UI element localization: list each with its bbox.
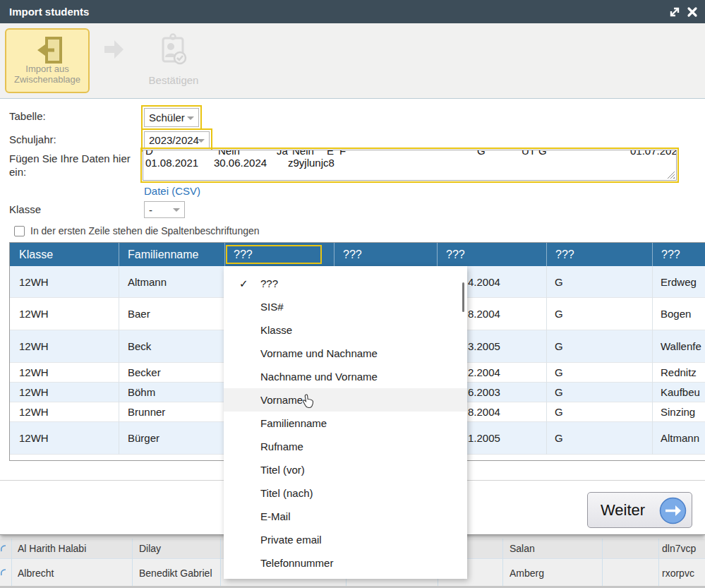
weiter-button-label: Weiter <box>601 501 645 520</box>
import-from-clipboard-button[interactable]: Import aus Zwischenablage <box>5 28 90 93</box>
cell-flag: G <box>546 298 652 330</box>
dialog-toolbar: Import aus Zwischenablage <box>0 23 705 99</box>
tabelle-select[interactable]: Schüler <box>144 108 199 127</box>
cell-family: Baer <box>119 298 224 330</box>
column-header-unmapped[interactable]: ??? <box>652 243 705 266</box>
dropdown-item[interactable]: Klasse <box>224 318 467 342</box>
cell-family: Becker <box>119 363 224 382</box>
import-button-label: Import aus Zwischenablage <box>6 64 88 85</box>
cell-city: Kaufbeu <box>652 383 705 402</box>
cell-flag: G <box>546 422 652 454</box>
tabelle-select-value: Schüler <box>149 112 185 124</box>
bg-table-divider <box>132 539 133 586</box>
column-header-klasse[interactable]: Klasse <box>10 243 119 266</box>
first-row-headers-checkbox[interactable] <box>14 226 25 236</box>
schuljahr-select-value: 2023/2024 <box>149 134 199 146</box>
bg-table-divider <box>502 539 503 586</box>
bg-cell-code: dln7vcp <box>662 539 705 558</box>
cell-family: Altmann <box>119 266 224 297</box>
bg-cell-city: Salan <box>510 539 600 558</box>
chevron-down-icon <box>198 139 205 143</box>
cell-flag: G <box>546 363 652 382</box>
dropdown-item[interactable]: Familienname <box>224 412 467 435</box>
dropdown-item[interactable]: E-Mail <box>224 505 467 528</box>
dropdown-item[interactable]: Nachname und Vorname <box>224 365 467 388</box>
screen: Al Harith Halabi Dilay Salan dln7vcp Alb… <box>0 0 705 588</box>
cell-klasse: 12WH <box>10 363 119 382</box>
header-divider <box>652 243 653 266</box>
cell-city: Sinzing <box>652 402 705 421</box>
checkmark-icon: ✓ <box>239 277 253 290</box>
header-divider <box>437 243 438 266</box>
klasse-label: Klasse <box>9 203 41 215</box>
header-divider <box>334 243 335 266</box>
schuljahr-select[interactable]: 2023/2024 <box>144 131 210 149</box>
column-mapping-dropdown: ✓ ??? SIS# Klasse Vorname und Nachname N… <box>224 266 467 579</box>
cell-klasse: 12WH <box>10 298 119 330</box>
dropdown-scrollbar-thumb[interactable] <box>462 282 464 312</box>
close-icon[interactable] <box>686 6 699 18</box>
cell-city: Rednitz <box>652 363 705 382</box>
bg-cell-lastname: Al Harith Halabi <box>18 539 131 558</box>
cell-klasse: 12WH <box>10 383 119 402</box>
confirm-button-label: Bestätigen <box>143 74 204 86</box>
cell-family: Böhm <box>119 383 224 402</box>
cell-klasse: 12WH <box>10 422 119 454</box>
next-arrow-icon <box>659 497 687 527</box>
preview-table-header: Klasse Familienname ??? ??? ??? ??? ??? <box>10 243 705 266</box>
dropdown-item-hovered[interactable]: Vorname <box>224 388 467 412</box>
confirm-button: Bestätigen <box>143 28 204 93</box>
pasted-line: 01.08.2021 30.06.2024 z9yjlunjc8 <box>143 157 676 169</box>
cell-klasse: 12WH <box>10 266 119 297</box>
cell-city: Wallenfe <box>652 330 705 362</box>
schuljahr-label: Schuljahr: <box>9 133 56 145</box>
header-divider <box>119 243 119 266</box>
column-divider <box>652 266 653 455</box>
dropdown-item[interactable]: Private email <box>224 528 467 551</box>
dropdown-item[interactable]: Titel (nach) <box>224 481 467 505</box>
row-action-icon <box>1 545 6 552</box>
row-action-icon <box>1 569 6 576</box>
paste-data-textarea[interactable]: D Nein Ja Nein E F G UT G 01.07.2021 01.… <box>143 150 677 181</box>
column-header-unmapped[interactable]: ??? <box>437 243 546 266</box>
dropdown-item[interactable]: SIS# <box>224 295 467 318</box>
cell-klasse: 12WH <box>10 402 119 421</box>
column-divider <box>119 266 119 455</box>
cell-klasse: 12WH <box>10 330 119 362</box>
dropdown-item[interactable]: Rufname <box>224 435 467 458</box>
bg-table-divider <box>220 539 221 586</box>
textarea-resize-handle[interactable] <box>667 171 675 179</box>
column-header-familienname[interactable]: Familienname <box>119 243 224 266</box>
bg-table-divider <box>602 539 603 586</box>
weiter-button[interactable]: Weiter <box>587 492 692 528</box>
column-header-unmapped[interactable]: ??? <box>224 243 334 266</box>
cell-city: Bogen <box>652 298 705 330</box>
klasse-select[interactable]: - <box>144 201 185 218</box>
header-divider <box>224 243 225 266</box>
cell-family: Bürger <box>119 422 224 454</box>
dropdown-item[interactable]: Vorname und Nachname <box>224 342 467 365</box>
expand-icon[interactable] <box>668 6 681 18</box>
step-arrow-icon <box>104 38 124 64</box>
tabelle-label: Tabelle: <box>9 110 46 122</box>
bg-cell-code: rxorpvc <box>662 560 705 586</box>
cell-city: Altmann <box>652 422 705 454</box>
paste-data-label: Fügen Sie Ihre Daten hier ein: <box>9 152 138 179</box>
dropdown-item[interactable]: ✓ ??? <box>224 272 467 295</box>
column-header-unmapped[interactable]: ??? <box>334 243 437 266</box>
cell-family: Brunner <box>119 402 224 421</box>
column-header-unmapped[interactable]: ??? <box>546 243 652 266</box>
bg-cell-lastname: Albrecht <box>18 560 131 586</box>
column-divider <box>546 266 547 455</box>
cell-city: Erdweg <box>652 266 705 297</box>
csv-file-link[interactable]: Datei (CSV) <box>144 185 200 197</box>
dropdown-item[interactable]: Titel (vor) <box>224 458 467 481</box>
cell-flag: G <box>546 383 652 402</box>
bg-cell-city: Amberg <box>510 560 600 586</box>
chevron-down-icon <box>187 116 194 120</box>
cell-flag: G <box>546 330 652 362</box>
dialog-titlebar: Import students <box>0 0 705 23</box>
chevron-down-icon <box>173 208 180 212</box>
dropdown-item[interactable]: Telefonnummer <box>224 551 467 575</box>
cell-flag: G <box>546 266 652 297</box>
